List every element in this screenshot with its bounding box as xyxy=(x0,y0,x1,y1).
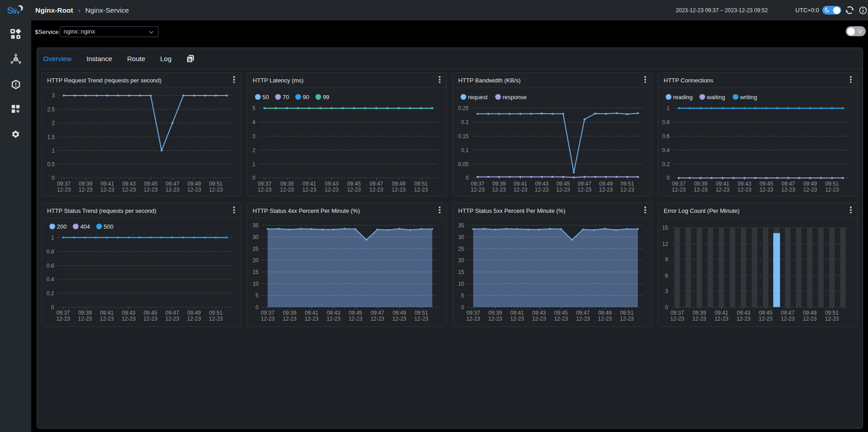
svg-text:9: 9 xyxy=(665,256,668,262)
svg-text:09:47: 09:47 xyxy=(781,309,795,316)
svg-text:09:49: 09:49 xyxy=(187,180,201,187)
svg-text:09:49: 09:49 xyxy=(803,180,817,187)
svg-text:12-23: 12-23 xyxy=(620,315,634,322)
svg-text:0.2: 0.2 xyxy=(46,290,54,296)
svg-text:35: 35 xyxy=(252,222,259,228)
svg-text:0: 0 xyxy=(667,174,670,181)
svg-text:09:41: 09:41 xyxy=(100,309,113,316)
svg-text:09:47: 09:47 xyxy=(576,309,590,316)
svg-text:12-23: 12-23 xyxy=(577,186,591,192)
svg-text:12-23: 12-23 xyxy=(57,186,71,192)
svg-text:5: 5 xyxy=(255,292,259,298)
svg-text:12-23: 12-23 xyxy=(510,315,524,322)
svg-text:request: request xyxy=(468,93,488,100)
svg-text:09:41: 09:41 xyxy=(100,180,114,187)
svg-text:0.4: 0.4 xyxy=(46,276,54,282)
svg-text:0: 0 xyxy=(465,174,469,181)
svg-text:09:37: 09:37 xyxy=(470,180,484,187)
svg-text:25: 25 xyxy=(252,245,259,252)
svg-text:12-23: 12-23 xyxy=(326,315,340,322)
svg-text:0: 0 xyxy=(665,304,668,310)
svg-text:12-23: 12-23 xyxy=(716,186,730,192)
svg-text:0.2: 0.2 xyxy=(662,161,670,167)
svg-text:09:51: 09:51 xyxy=(414,180,427,187)
svg-text:12-23: 12-23 xyxy=(737,315,751,322)
svg-text:12-23: 12-23 xyxy=(165,315,179,322)
svg-text:90: 90 xyxy=(302,93,309,100)
svg-text:09:47: 09:47 xyxy=(577,180,591,187)
svg-text:12-23: 12-23 xyxy=(347,186,361,192)
svg-text:12-23: 12-23 xyxy=(513,186,527,192)
svg-text:12-23: 12-23 xyxy=(348,315,362,322)
svg-text:09:47: 09:47 xyxy=(369,180,383,187)
svg-text:09:47: 09:47 xyxy=(370,309,384,316)
svg-text:4: 4 xyxy=(252,119,255,125)
svg-text:09:49: 09:49 xyxy=(392,180,405,187)
svg-text:12-23: 12-23 xyxy=(803,315,817,322)
svg-text:1: 1 xyxy=(667,105,670,111)
svg-text:25: 25 xyxy=(458,245,464,252)
svg-text:3: 3 xyxy=(52,92,55,98)
svg-text:09:45: 09:45 xyxy=(144,180,157,187)
svg-text:0: 0 xyxy=(461,304,464,310)
svg-text:12-23: 12-23 xyxy=(100,186,114,192)
svg-text:09:43: 09:43 xyxy=(737,309,750,316)
svg-text:12-23: 12-23 xyxy=(414,315,428,322)
svg-text:99: 99 xyxy=(322,93,329,100)
svg-text:2.5: 2.5 xyxy=(47,106,55,112)
svg-text:12-23: 12-23 xyxy=(369,186,383,192)
svg-text:12-23: 12-23 xyxy=(535,186,549,192)
svg-text:09:39: 09:39 xyxy=(694,180,708,187)
svg-text:12-23: 12-23 xyxy=(370,315,384,322)
svg-text:3: 3 xyxy=(665,288,668,294)
svg-text:0.1: 0.1 xyxy=(461,147,469,153)
svg-text:12-23: 12-23 xyxy=(470,186,484,192)
svg-text:09:51: 09:51 xyxy=(825,180,839,187)
svg-text:12-23: 12-23 xyxy=(325,186,339,192)
svg-text:0.05: 0.05 xyxy=(458,161,469,167)
svg-text:09:45: 09:45 xyxy=(760,180,773,187)
svg-text:12-23: 12-23 xyxy=(121,315,135,322)
svg-text:500: 500 xyxy=(103,223,113,230)
svg-text:15: 15 xyxy=(662,224,668,230)
svg-text:12-23: 12-23 xyxy=(576,315,590,322)
svg-text:09:47: 09:47 xyxy=(165,180,179,187)
svg-text:15: 15 xyxy=(458,269,464,275)
svg-text:09:47: 09:47 xyxy=(165,309,179,316)
svg-text:09:51: 09:51 xyxy=(825,309,839,316)
svg-text:0: 0 xyxy=(252,174,255,181)
svg-text:0.6: 0.6 xyxy=(662,133,670,139)
svg-text:09:47: 09:47 xyxy=(782,180,795,187)
svg-text:09:39: 09:39 xyxy=(693,309,706,316)
svg-text:09:37: 09:37 xyxy=(672,180,686,187)
svg-text:12-23: 12-23 xyxy=(144,186,158,192)
svg-text:12-23: 12-23 xyxy=(209,315,223,322)
svg-text:30: 30 xyxy=(252,234,259,240)
svg-text:2: 2 xyxy=(52,120,55,126)
svg-text:09:39: 09:39 xyxy=(492,180,506,187)
svg-text:12-23: 12-23 xyxy=(782,186,796,192)
svg-text:12-23: 12-23 xyxy=(692,315,706,322)
svg-text:09:41: 09:41 xyxy=(716,180,729,187)
svg-text:09:39: 09:39 xyxy=(78,180,92,187)
svg-text:5: 5 xyxy=(252,105,255,111)
svg-text:30: 30 xyxy=(458,234,464,240)
svg-text:12-23: 12-23 xyxy=(556,186,570,192)
svg-text:50: 50 xyxy=(262,93,269,100)
svg-text:09:45: 09:45 xyxy=(348,309,362,316)
svg-text:0: 0 xyxy=(51,304,54,310)
svg-text:09:37: 09:37 xyxy=(57,180,70,187)
svg-text:12-23: 12-23 xyxy=(781,315,795,322)
svg-text:09:49: 09:49 xyxy=(598,309,611,316)
svg-text:1: 1 xyxy=(51,234,54,240)
svg-text:35: 35 xyxy=(458,222,464,228)
svg-text:12-23: 12-23 xyxy=(694,186,708,192)
svg-text:12-23: 12-23 xyxy=(492,186,506,192)
svg-text:writing: writing xyxy=(740,93,758,100)
svg-text:09:49: 09:49 xyxy=(803,309,817,316)
svg-text:0.25: 0.25 xyxy=(458,105,469,111)
svg-text:09:45: 09:45 xyxy=(554,309,567,316)
svg-text:12-23: 12-23 xyxy=(803,186,817,192)
svg-text:12-23: 12-23 xyxy=(257,186,271,192)
svg-text:5: 5 xyxy=(461,292,464,298)
